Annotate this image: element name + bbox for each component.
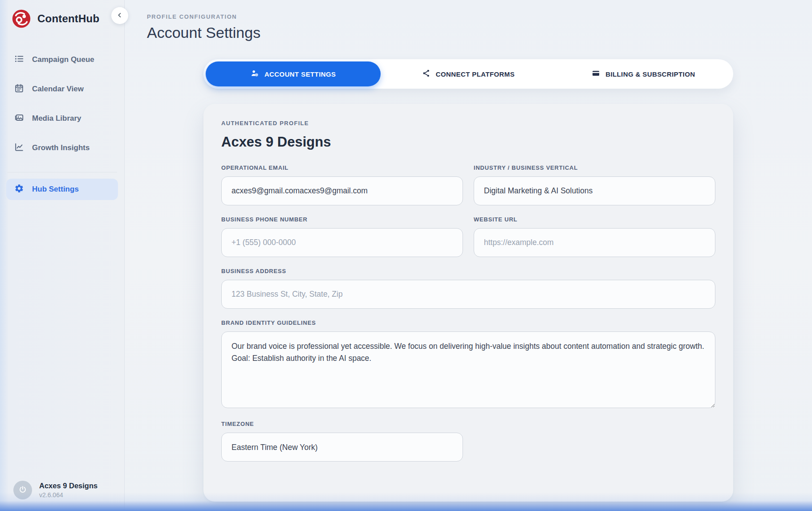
list-icon (14, 54, 24, 66)
sidebar-item-campaign-queue[interactable]: Campaign Queue (6, 49, 118, 70)
profile-name: Acxes 9 Designs (221, 134, 715, 150)
tab-label: CONNECT PLATFORMS (436, 70, 515, 78)
sidebar: ContentHub Campaign Queue (0, 0, 125, 511)
sidebar-item-calendar-view[interactable]: Calendar View (6, 78, 118, 100)
field-label: OPERATIONAL EMAIL (221, 164, 463, 171)
app-root: ContentHub Campaign Queue (0, 0, 812, 511)
chevron-left-icon (116, 11, 124, 20)
power-icon (18, 485, 27, 495)
tab-label: ACCOUNT SETTINGS (264, 70, 336, 78)
field-industry: INDUSTRY / BUSINESS VERTICAL (474, 164, 715, 205)
power-button[interactable] (13, 481, 32, 499)
field-business-phone: BUSINESS PHONE NUMBER (221, 216, 463, 257)
tab-connect-platforms[interactable]: CONNECT PLATFORMS (381, 61, 556, 86)
field-label: TIMEZONE (221, 421, 463, 427)
share-icon (422, 69, 430, 79)
field-label: BUSINESS ADDRESS (221, 268, 715, 274)
tab-account-settings[interactable]: ACCOUNT SETTINGS (206, 61, 381, 86)
tab-billing-subscription[interactable]: BILLING & SUBSCRIPTION (556, 61, 731, 86)
business-phone-input[interactable] (221, 228, 463, 257)
profile-card: AUTHENTICATED PROFILE Acxes 9 Designs OP… (203, 104, 733, 502)
sidebar-item-media-library[interactable]: Media Library (6, 108, 118, 129)
timezone-select[interactable]: Eastern Time (New York) (221, 433, 463, 462)
field-label: BUSINESS PHONE NUMBER (221, 216, 463, 223)
sidebar-footer: Acxes 9 Designs v2.6.064 (0, 481, 124, 511)
sidebar-item-growth-insights[interactable]: Growth Insights (6, 137, 118, 159)
field-operational-email: OPERATIONAL EMAIL (221, 164, 463, 205)
app-title: ContentHub (37, 12, 99, 25)
field-label: BRAND IDENTITY GUIDELINES (221, 319, 715, 326)
field-label: INDUSTRY / BUSINESS VERTICAL (474, 164, 715, 171)
field-website-url: WEBSITE URL (474, 216, 715, 257)
website-url-input[interactable] (474, 228, 715, 257)
calendar-icon (14, 83, 24, 95)
sidebar-item-label: Media Library (32, 114, 81, 123)
main-content: PROFILE CONFIGURATION Account Settings A… (125, 0, 812, 511)
chart-line-icon (14, 142, 24, 154)
profile-form: OPERATIONAL EMAIL INDUSTRY / BUSINESS VE… (221, 164, 715, 462)
account-name: Acxes 9 Designs (39, 482, 97, 490)
field-business-address: BUSINESS ADDRESS (221, 268, 715, 309)
brand: ContentHub (0, 0, 124, 29)
contenthub-logo-icon (12, 9, 31, 29)
gear-icon (14, 184, 24, 196)
page-title: Account Settings (147, 24, 812, 41)
field-timezone: TIMEZONE Eastern Time (New York) (221, 421, 463, 462)
app-version: v2.6.064 (39, 491, 97, 499)
media-icon (14, 113, 24, 125)
operational-email-input[interactable] (221, 176, 463, 205)
sidebar-item-label: Calendar View (32, 85, 84, 94)
sidebar-item-label: Growth Insights (32, 143, 89, 152)
tab-label: BILLING & SUBSCRIPTION (605, 70, 695, 78)
sidebar-nav-settings: Hub Settings (0, 179, 124, 200)
field-brand-guidelines: BRAND IDENTITY GUIDELINES Our brand voic… (221, 319, 715, 410)
settings-tabbar: ACCOUNT SETTINGS CONNECT PLATFORMS (203, 59, 733, 89)
industry-input[interactable] (474, 176, 715, 205)
breadcrumb-eyebrow: PROFILE CONFIGURATION (147, 13, 812, 20)
field-label: WEBSITE URL (474, 216, 715, 223)
section-label: AUTHENTICATED PROFILE (221, 120, 715, 127)
brand-guidelines-textarea[interactable]: Our brand voice is professional yet acce… (221, 331, 715, 408)
sidebar-item-label: Hub Settings (32, 185, 79, 194)
user-gear-icon (251, 69, 259, 79)
sidebar-collapse-button[interactable] (111, 7, 128, 24)
sidebar-item-label: Campaign Queue (32, 55, 94, 64)
sidebar-divider (7, 172, 117, 172)
sidebar-nav: Campaign Queue Calendar View (0, 49, 124, 159)
credit-card-icon (592, 69, 600, 79)
account-info: Acxes 9 Designs v2.6.064 (39, 482, 97, 499)
business-address-input[interactable] (221, 280, 715, 309)
sidebar-item-hub-settings[interactable]: Hub Settings (6, 179, 118, 200)
page-header: PROFILE CONFIGURATION Account Settings (125, 13, 812, 41)
